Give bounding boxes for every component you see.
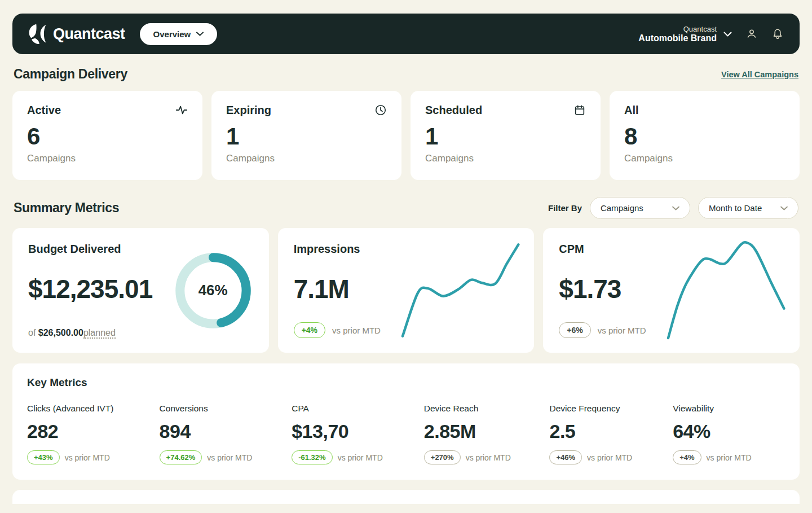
cpm-title: CPM	[559, 243, 662, 256]
clock-icon	[374, 104, 387, 116]
campaign-delivery-cards: Active 6 Campaigns Expiring 1 Campaigns …	[12, 91, 800, 180]
next-section-card-partial	[12, 490, 800, 504]
key-metric-value: 894	[160, 420, 292, 442]
key-metrics-title: Key Metrics	[27, 376, 785, 389]
view-all-campaigns-link[interactable]: View All Campaigns	[721, 70, 798, 79]
budget-delivered-title: Budget Delivered	[28, 243, 173, 256]
filter-by-label: Filter By	[548, 203, 582, 213]
calendar-icon	[573, 104, 586, 116]
budget-of-text: of	[28, 328, 38, 337]
key-metric-label: CPA	[292, 404, 424, 414]
cpm-sparkline-chart	[668, 243, 784, 338]
stat-value: 8	[624, 124, 785, 150]
chevron-down-icon	[196, 32, 204, 36]
budget-percent-label: 46%	[173, 251, 253, 331]
overview-nav-label: Overview	[153, 29, 191, 39]
stat-unit: Campaigns	[624, 153, 785, 164]
budget-planned-link[interactable]: planned	[83, 328, 116, 339]
budget-donut-chart: 46%	[173, 251, 253, 331]
key-metric-delta-badge: +4%	[673, 450, 701, 464]
stat-value: 6	[27, 124, 188, 150]
stat-label: All	[624, 104, 639, 117]
key-metric-label: Clicks (Advanced IVT)	[27, 404, 160, 414]
key-metric-device-reach: Device Reach 2.85M +270% vs prior MTD	[424, 404, 550, 464]
budget-planned-line: of $26,500.00planned	[28, 328, 173, 338]
cpm-value: $1.73	[559, 274, 662, 304]
key-metric-compare-text: vs prior MTD	[207, 453, 252, 462]
key-metric-value: 64%	[673, 420, 785, 442]
chevron-down-icon	[780, 206, 788, 211]
key-metric-delta-badge: +43%	[27, 450, 60, 464]
stat-card-expiring[interactable]: Expiring 1 Campaigns	[211, 91, 401, 180]
key-metric-label: Viewability	[673, 404, 785, 414]
key-metric-compare-text: vs prior MTD	[466, 453, 511, 462]
stat-unit: Campaigns	[425, 153, 586, 164]
key-metrics-card: Key Metrics Clicks (Advanced IVT) 282 +4…	[12, 363, 800, 480]
budget-delivered-card: Budget Delivered $12,235.01 of $26,500.0…	[12, 228, 269, 353]
key-metric-value: $13,70	[292, 420, 424, 442]
impressions-title: Impressions	[294, 243, 397, 256]
impressions-value: 7.1M	[294, 274, 397, 304]
stat-value: 1	[425, 124, 586, 150]
stat-card-all[interactable]: All 8 Campaigns	[610, 91, 800, 180]
account-org: Quantcast	[638, 25, 717, 33]
cpm-delta-badge: +6%	[559, 322, 590, 338]
top-navbar: Quantcast Overview Quantcast Automobile …	[12, 14, 800, 54]
summary-metrics-title: Summary Metrics	[14, 200, 119, 216]
activity-icon	[175, 104, 188, 116]
impressions-card: Impressions 7.1M +4% vs prior MTD	[278, 228, 535, 353]
key-metric-delta-badge: +46%	[549, 450, 582, 464]
user-icon[interactable]	[745, 28, 758, 40]
key-metric-compare-text: vs prior MTD	[587, 453, 632, 462]
key-metric-delta-badge: +74.62%	[160, 450, 202, 464]
campaigns-filter-dropdown[interactable]: Campaigns	[590, 197, 690, 219]
key-metric-value: 282	[27, 420, 160, 442]
quantcast-logo: Quantcast	[28, 23, 125, 45]
stat-card-active[interactable]: Active 6 Campaigns	[12, 91, 202, 180]
account-name: Automobile Brand	[638, 33, 717, 43]
stat-value: 1	[226, 124, 387, 150]
campaigns-filter-value: Campaigns	[601, 203, 643, 213]
bell-icon[interactable]	[771, 28, 784, 40]
stat-label: Scheduled	[425, 104, 482, 117]
stat-label: Active	[27, 104, 61, 117]
key-metric-cpa: CPA $13,70 -61.32% vs prior MTD	[292, 404, 424, 464]
account-switcher[interactable]: Quantcast Automobile Brand	[638, 25, 732, 43]
chevron-down-icon	[723, 32, 732, 37]
date-range-filter-dropdown[interactable]: Month to Date	[698, 197, 798, 219]
stat-label: Expiring	[226, 104, 271, 117]
key-metric-viewability: Viewability 64% +4% vs prior MTD	[673, 404, 785, 464]
impressions-delta-badge: +4%	[294, 322, 325, 338]
key-metric-label: Device Reach	[424, 404, 550, 414]
key-metric-device-frequency: Device Frequency 2.5 +46% vs prior MTD	[549, 404, 673, 464]
campaign-delivery-title: Campaign Delivery	[14, 67, 127, 82]
quantcast-logo-icon	[28, 23, 47, 45]
key-metric-value: 2.5	[549, 420, 673, 442]
impressions-compare-text: vs prior MTD	[332, 326, 381, 335]
key-metric-clicks: Clicks (Advanced IVT) 282 +43% vs prior …	[27, 404, 160, 464]
date-range-filter-value: Month to Date	[709, 203, 762, 213]
key-metric-compare-text: vs prior MTD	[65, 453, 110, 462]
key-metric-conversions: Conversions 894 +74.62% vs prior MTD	[160, 404, 292, 464]
budget-planned-amount: $26,500.00	[38, 328, 83, 337]
budget-delivered-value: $12,235.01	[28, 274, 173, 304]
key-metric-value: 2.85M	[424, 420, 550, 442]
overview-nav-dropdown[interactable]: Overview	[140, 23, 218, 45]
stat-unit: Campaigns	[226, 153, 387, 164]
brand-name: Quantcast	[53, 25, 125, 43]
key-metric-delta-badge: -61.32%	[292, 450, 332, 464]
cpm-card: CPM $1.73 +6% vs prior MTD	[543, 228, 800, 353]
key-metric-delta-badge: +270%	[424, 450, 461, 464]
cpm-compare-text: vs prior MTD	[598, 326, 646, 335]
key-metric-label: Conversions	[160, 404, 292, 414]
impressions-sparkline-chart	[403, 243, 518, 338]
key-metric-compare-text: vs prior MTD	[707, 453, 752, 462]
stat-card-scheduled[interactable]: Scheduled 1 Campaigns	[411, 91, 601, 180]
chevron-down-icon	[672, 206, 679, 211]
key-metric-compare-text: vs prior MTD	[338, 453, 383, 462]
key-metric-label: Device Frequency	[549, 404, 673, 414]
stat-unit: Campaigns	[27, 153, 188, 164]
